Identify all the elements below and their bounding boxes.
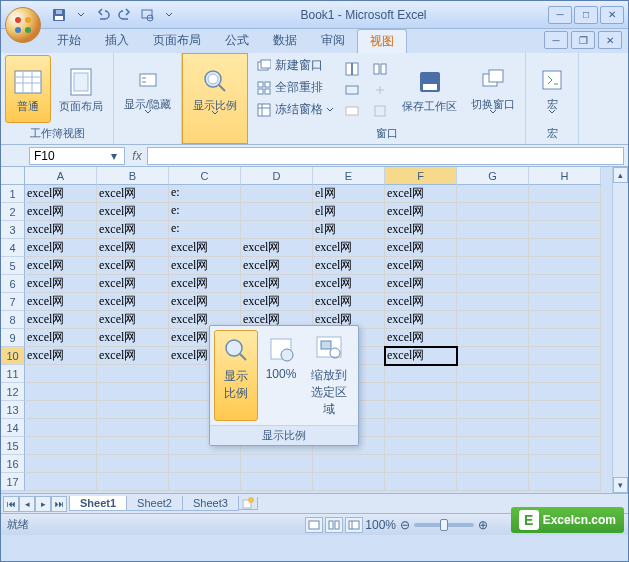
cell[interactable] xyxy=(457,239,529,257)
cell[interactable] xyxy=(457,293,529,311)
row-header[interactable]: 3 xyxy=(1,221,25,239)
cell[interactable] xyxy=(529,203,601,221)
normal-view-button[interactable]: 普通 xyxy=(5,55,51,123)
cell[interactable] xyxy=(97,401,169,419)
namebox-dropdown-icon[interactable]: ▾ xyxy=(108,149,120,163)
cell[interactable] xyxy=(457,365,529,383)
cell[interactable] xyxy=(529,383,601,401)
cell[interactable] xyxy=(25,365,97,383)
cell[interactable] xyxy=(457,221,529,239)
cell[interactable]: excel网 xyxy=(169,293,241,311)
zoom-in-button[interactable]: ⊕ xyxy=(478,518,488,532)
cell[interactable] xyxy=(529,437,601,455)
qat-more-icon[interactable] xyxy=(159,5,179,25)
cell[interactable] xyxy=(457,275,529,293)
column-header[interactable]: E xyxy=(313,167,385,185)
row-header[interactable]: 6 xyxy=(1,275,25,293)
select-all-corner[interactable] xyxy=(1,167,25,185)
cell[interactable]: excel网 xyxy=(313,293,385,311)
cell[interactable] xyxy=(385,419,457,437)
cell[interactable] xyxy=(385,365,457,383)
cell[interactable] xyxy=(457,455,529,473)
cell[interactable] xyxy=(169,473,241,491)
ribbon-tab[interactable]: 页面布局 xyxy=(141,29,213,53)
zoom-100-button[interactable]: 100% xyxy=(260,330,302,421)
cell[interactable]: excel网 xyxy=(313,275,385,293)
cell[interactable] xyxy=(457,329,529,347)
cell[interactable] xyxy=(529,275,601,293)
split-button[interactable] xyxy=(340,59,364,79)
cell[interactable]: excel网 xyxy=(25,203,97,221)
cell[interactable] xyxy=(97,437,169,455)
cell[interactable] xyxy=(97,383,169,401)
cell[interactable] xyxy=(457,419,529,437)
maximize-button[interactable]: □ xyxy=(574,6,598,24)
cell[interactable] xyxy=(529,221,601,239)
name-box[interactable]: F10 ▾ xyxy=(29,147,125,165)
office-button[interactable] xyxy=(5,7,41,43)
cell[interactable]: excel网 xyxy=(97,293,169,311)
cell[interactable]: excel网 xyxy=(97,185,169,203)
cell[interactable]: excel网 xyxy=(25,185,97,203)
cell[interactable]: excel网 xyxy=(313,257,385,275)
cell[interactable] xyxy=(385,383,457,401)
row-header[interactable]: 8 xyxy=(1,311,25,329)
cell[interactable] xyxy=(25,455,97,473)
cell[interactable]: excel网 xyxy=(385,257,457,275)
row-header[interactable]: 15 xyxy=(1,437,25,455)
column-header[interactable]: D xyxy=(241,167,313,185)
cell[interactable] xyxy=(25,383,97,401)
tab-prev-button[interactable]: ◂ xyxy=(19,496,35,512)
view-side-button[interactable] xyxy=(368,59,392,79)
cell[interactable]: el网 xyxy=(313,221,385,239)
zoom-out-button[interactable]: ⊖ xyxy=(400,518,410,532)
unhide-button[interactable] xyxy=(340,101,364,121)
ribbon-tab[interactable]: 开始 xyxy=(45,29,93,53)
doc-minimize-button[interactable]: ─ xyxy=(544,31,568,49)
print-preview-icon[interactable] xyxy=(137,5,157,25)
cell[interactable]: excel网 xyxy=(385,239,457,257)
row-header[interactable]: 7 xyxy=(1,293,25,311)
page-layout-button[interactable]: 页面布局 xyxy=(53,55,109,123)
cell[interactable] xyxy=(529,293,601,311)
zoom-slider[interactable] xyxy=(414,523,474,527)
formula-input[interactable] xyxy=(147,147,624,165)
sheet-tab[interactable]: Sheet3 xyxy=(182,496,239,511)
cell[interactable] xyxy=(385,437,457,455)
undo-icon[interactable] xyxy=(93,5,113,25)
qat-dropdown-icon[interactable] xyxy=(71,5,91,25)
cell[interactable]: excel网 xyxy=(97,275,169,293)
minimize-button[interactable]: ─ xyxy=(548,6,572,24)
row-header[interactable]: 11 xyxy=(1,365,25,383)
ribbon-tab[interactable]: 数据 xyxy=(261,29,309,53)
cell[interactable] xyxy=(529,401,601,419)
column-header[interactable]: F xyxy=(385,167,457,185)
cell[interactable]: excel网 xyxy=(25,329,97,347)
cell[interactable] xyxy=(97,365,169,383)
new-window-button[interactable]: 新建窗口 xyxy=(252,55,338,76)
cell[interactable] xyxy=(385,455,457,473)
cell[interactable]: excel网 xyxy=(385,311,457,329)
zoom-button[interactable]: 显示比例 xyxy=(187,56,243,124)
tab-next-button[interactable]: ▸ xyxy=(35,496,51,512)
close-button[interactable]: ✕ xyxy=(600,6,624,24)
cell[interactable] xyxy=(25,401,97,419)
page-break-sb-button[interactable] xyxy=(345,517,363,533)
cell[interactable] xyxy=(529,365,601,383)
cell[interactable]: e: xyxy=(169,221,241,239)
cell[interactable]: excel网 xyxy=(385,185,457,203)
sync-scroll-button[interactable] xyxy=(368,80,392,100)
cell[interactable] xyxy=(97,419,169,437)
column-header[interactable]: H xyxy=(529,167,601,185)
cell[interactable] xyxy=(25,473,97,491)
doc-close-button[interactable]: ✕ xyxy=(598,31,622,49)
cell[interactable]: excel网 xyxy=(97,239,169,257)
column-header[interactable]: G xyxy=(457,167,529,185)
reset-pos-button[interactable] xyxy=(368,101,392,121)
cell[interactable] xyxy=(529,257,601,275)
zoom-level[interactable]: 100% xyxy=(365,518,396,532)
cell[interactable] xyxy=(313,455,385,473)
cell[interactable]: excel网 xyxy=(385,347,457,365)
cell[interactable]: excel网 xyxy=(25,275,97,293)
cell[interactable]: excel网 xyxy=(385,275,457,293)
